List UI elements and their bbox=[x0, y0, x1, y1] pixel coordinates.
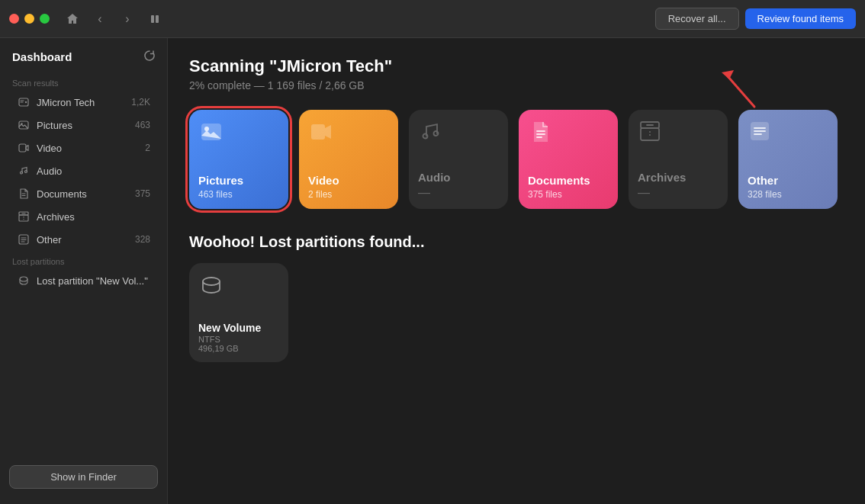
traffic-lights bbox=[9, 14, 50, 24]
partition-name: New Volume bbox=[198, 322, 279, 334]
sidebar-header: Dashboard bbox=[0, 47, 167, 72]
sidebar-item-pictures[interactable]: Pictures 463 bbox=[5, 114, 162, 136]
archives-card-name: Archives bbox=[638, 171, 719, 185]
maximize-button[interactable] bbox=[40, 14, 50, 24]
card-archives[interactable]: Archives — bbox=[629, 110, 728, 209]
dashboard-title: Dashboard bbox=[12, 50, 72, 63]
jmicron-label: JMicron Tech bbox=[37, 97, 131, 108]
content-area: Scanning "JMicron Tech" 2% complete — 1 … bbox=[168, 38, 865, 504]
other-count: 328 bbox=[135, 234, 150, 245]
sidebar: Dashboard Scan results bbox=[0, 38, 168, 504]
pictures-label: Pictures bbox=[37, 120, 135, 131]
audio-card-count: — bbox=[418, 186, 499, 200]
jmicron-count: 1,2K bbox=[131, 97, 150, 108]
documents-card-name: Documents bbox=[528, 174, 609, 188]
other-card-count: 328 files bbox=[748, 189, 828, 200]
scan-results-label: Scan results bbox=[0, 72, 167, 91]
forward-button[interactable]: › bbox=[117, 8, 138, 30]
svg-rect-14 bbox=[19, 215, 28, 221]
audio-card-name: Audio bbox=[418, 171, 499, 185]
pictures-icon bbox=[17, 118, 31, 132]
lost-partition-icon bbox=[17, 274, 31, 287]
video-count: 2 bbox=[145, 143, 150, 153]
other-card-name: Other bbox=[748, 174, 828, 188]
svg-point-10 bbox=[25, 171, 27, 173]
documents-card-icon bbox=[529, 120, 551, 147]
svg-rect-26 bbox=[311, 124, 325, 140]
card-other[interactable]: Other 328 files bbox=[738, 110, 838, 209]
audio-label: Audio bbox=[37, 165, 150, 177]
drive-icon bbox=[17, 95, 31, 109]
audio-icon bbox=[17, 164, 31, 178]
documents-label: Documents bbox=[37, 188, 135, 200]
video-card-name: Video bbox=[308, 174, 389, 188]
back-button[interactable]: ‹ bbox=[89, 8, 111, 30]
minimize-button[interactable] bbox=[24, 14, 34, 24]
other-label: Other bbox=[37, 234, 135, 246]
show-in-finder-button[interactable]: Show in Finder bbox=[9, 465, 158, 489]
pictures-card-count: 463 files bbox=[198, 189, 279, 200]
scan-subtitle: 2% complete — 1 169 files / 2,66 GB bbox=[189, 79, 844, 91]
lost-partitions-label: Lost partitions bbox=[0, 251, 167, 269]
svg-point-21 bbox=[20, 277, 27, 281]
card-audio[interactable]: Audio — bbox=[409, 110, 508, 209]
video-icon bbox=[17, 141, 31, 155]
documents-card-count: 375 files bbox=[528, 189, 609, 200]
archives-label: Archives bbox=[37, 211, 150, 223]
pause-button[interactable] bbox=[144, 8, 166, 30]
svg-point-40 bbox=[203, 278, 220, 285]
pictures-card-icon bbox=[200, 120, 223, 149]
sidebar-item-video[interactable]: Video 2 bbox=[5, 137, 162, 159]
home-button[interactable] bbox=[62, 8, 83, 30]
sidebar-item-archives[interactable]: Archives bbox=[5, 206, 162, 227]
titlebar: ‹ › Recover all... Review found items bbox=[0, 0, 865, 38]
pictures-card-name: Pictures bbox=[198, 174, 279, 188]
svg-rect-1 bbox=[156, 15, 159, 23]
svg-rect-8 bbox=[19, 144, 26, 152]
svg-point-9 bbox=[21, 172, 23, 174]
sidebar-item-documents[interactable]: Documents 375 bbox=[5, 183, 162, 204]
partition-drive-icon bbox=[200, 274, 223, 300]
main-layout: Dashboard Scan results bbox=[0, 38, 865, 504]
archives-card-count: — bbox=[638, 186, 719, 200]
partition-fs: NTFS bbox=[198, 335, 279, 344]
video-card-icon bbox=[310, 120, 333, 149]
card-new-volume[interactable]: New Volume NTFS 496,19 GB bbox=[189, 263, 288, 362]
cards-grid: Pictures 463 files Video 2 files bbox=[189, 110, 844, 209]
video-label: Video bbox=[37, 143, 145, 154]
archives-icon bbox=[17, 210, 31, 223]
other-card-icon bbox=[749, 120, 770, 147]
card-documents[interactable]: Documents 375 files bbox=[519, 110, 618, 209]
card-video[interactable]: Video 2 files bbox=[299, 110, 398, 209]
svg-point-3 bbox=[25, 101, 27, 103]
other-icon bbox=[17, 233, 31, 246]
sidebar-item-audio[interactable]: Audio bbox=[5, 160, 162, 181]
sidebar-item-jmicron[interactable]: JMicron Tech 1,2K bbox=[5, 91, 162, 113]
window: ‹ › Recover all... Review found items Da… bbox=[0, 0, 865, 504]
partition-size: 496,19 GB bbox=[198, 344, 279, 353]
sidebar-item-other[interactable]: Other 328 bbox=[5, 229, 162, 250]
pictures-count: 463 bbox=[135, 120, 150, 130]
video-card-count: 2 files bbox=[308, 189, 389, 200]
close-button[interactable] bbox=[9, 14, 19, 24]
lost-partition-label: Lost partition "New Vol..." bbox=[37, 275, 150, 287]
documents-count: 375 bbox=[135, 188, 150, 199]
review-found-items-button[interactable]: Review found items bbox=[745, 8, 856, 29]
audio-card-icon bbox=[420, 120, 441, 147]
recover-all-button[interactable]: Recover all... bbox=[655, 8, 739, 30]
sidebar-item-lost-partition[interactable]: Lost partition "New Vol..." bbox=[5, 270, 162, 291]
svg-rect-0 bbox=[151, 15, 154, 23]
refresh-icon bbox=[144, 50, 155, 63]
archives-card-icon bbox=[639, 120, 661, 147]
lost-partitions-title: Woohoo! Lost partitions found... bbox=[189, 233, 844, 251]
lost-partitions-section: Woohoo! Lost partitions found... New Vol… bbox=[189, 233, 844, 362]
scan-title: Scanning "JMicron Tech" bbox=[189, 56, 844, 76]
documents-icon bbox=[17, 187, 31, 201]
card-pictures[interactable]: Pictures 463 files bbox=[189, 110, 288, 209]
